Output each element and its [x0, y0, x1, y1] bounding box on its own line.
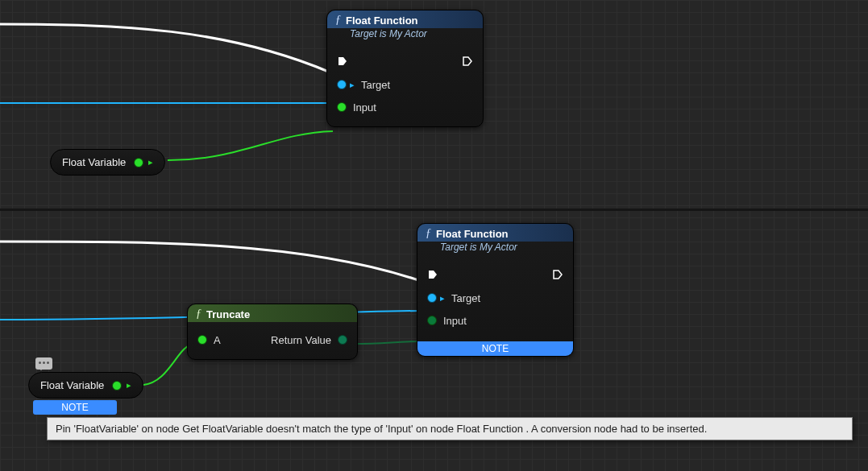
- panel-divider: [0, 209, 868, 211]
- note-bar[interactable]: NOTE: [417, 341, 573, 356]
- node-float-variable-top[interactable]: Float Variable ▸: [50, 149, 165, 176]
- node-float-function-bottom[interactable]: ƒ Float Function Target is My Actor ▸ Ta…: [417, 223, 574, 357]
- input-pin[interactable]: [427, 316, 437, 325]
- exec-pin-out[interactable]: [462, 56, 473, 69]
- svg-marker-0: [338, 57, 347, 65]
- pin-label: A: [214, 334, 221, 346]
- target-pin[interactable]: [427, 293, 437, 303]
- tooltip: Pin 'FloatVariable' on node Get FloatVar…: [47, 417, 853, 440]
- pin-label: Target: [451, 292, 480, 304]
- node-float-function-top[interactable]: ƒ Float Function Target is My Actor ▸ Ta…: [326, 10, 484, 127]
- function-icon: ƒ: [196, 308, 201, 320]
- comment-bubble-icon[interactable]: [35, 357, 52, 370]
- node-float-variable-bottom[interactable]: Float Variable ▸ NOTE: [28, 372, 143, 415]
- target-pin[interactable]: [337, 80, 347, 89]
- pin-label: Return Value: [271, 334, 331, 346]
- a-pin[interactable]: [197, 335, 207, 345]
- svg-marker-2: [429, 271, 437, 279]
- output-arrow-icon: ▸: [148, 157, 153, 167]
- svg-marker-1: [463, 57, 471, 65]
- output-pin[interactable]: [112, 381, 122, 390]
- output-arrow-icon: ▸: [127, 380, 131, 390]
- note-bar[interactable]: NOTE: [33, 400, 117, 415]
- node-subtitle: Target is My Actor: [417, 242, 573, 258]
- return-pin[interactable]: [338, 335, 347, 345]
- variable-label: Float Variable: [40, 379, 104, 391]
- pin-label: Input: [443, 315, 467, 327]
- node-title: Float Function: [346, 14, 418, 27]
- object-arrow-icon: ▸: [350, 80, 355, 90]
- node-subtitle: Target is My Actor: [327, 28, 483, 44]
- output-pin[interactable]: [134, 158, 143, 167]
- node-title: Float Function: [436, 228, 509, 240]
- tooltip-text: Pin 'FloatVariable' on node Get FloatVar…: [56, 423, 707, 435]
- variable-label: Float Variable: [62, 156, 126, 168]
- input-pin[interactable]: [337, 102, 347, 112]
- exec-pin-out[interactable]: [552, 269, 563, 283]
- pin-label: Input: [353, 101, 376, 114]
- pin-label: Target: [361, 79, 390, 91]
- svg-marker-3: [554, 271, 562, 279]
- node-header[interactable]: ƒ Truncate: [188, 304, 357, 322]
- exec-pin-in[interactable]: [337, 56, 348, 69]
- function-icon: ƒ: [426, 227, 431, 240]
- function-icon: ƒ: [335, 14, 341, 27]
- node-truncate[interactable]: ƒ Truncate A Return Value: [187, 304, 358, 360]
- node-header[interactable]: ƒ Float Function: [327, 10, 483, 28]
- node-header[interactable]: ƒ Float Function: [417, 224, 573, 242]
- node-title: Truncate: [206, 308, 250, 320]
- exec-pin-in[interactable]: [427, 269, 438, 283]
- object-arrow-icon: ▸: [440, 293, 445, 304]
